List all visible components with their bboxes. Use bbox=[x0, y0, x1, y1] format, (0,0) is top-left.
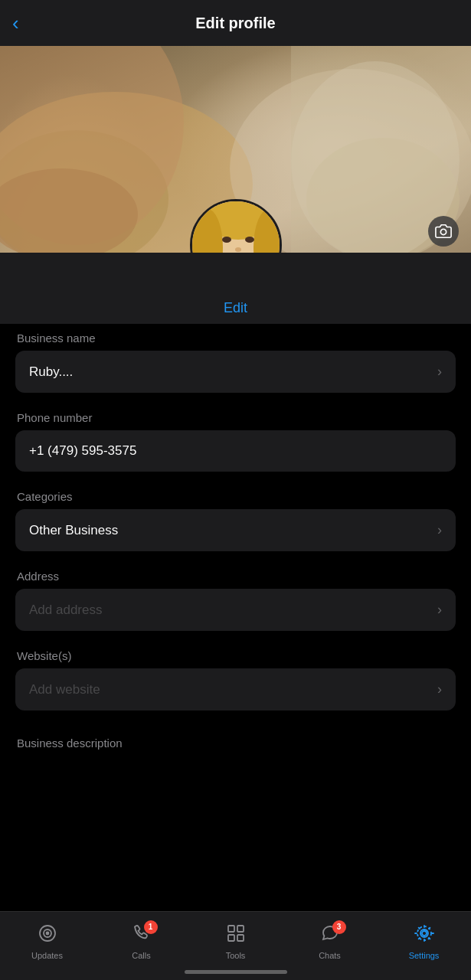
settings-icon bbox=[414, 923, 434, 948]
nav-item-chats[interactable]: 3 Chats bbox=[283, 912, 377, 965]
svg-point-14 bbox=[222, 237, 231, 243]
phone-number-label: Phone number bbox=[15, 411, 456, 424]
address-group: Address Add address › bbox=[15, 570, 456, 631]
categories-group: Categories Other Business › bbox=[15, 490, 456, 551]
websites-label: Website(s) bbox=[15, 649, 456, 662]
nav-item-settings[interactable]: Settings bbox=[377, 912, 471, 965]
phone-number-group: Phone number +1 (479) 595-3575 bbox=[15, 411, 456, 472]
phone-number-value: +1 (479) 595-3575 bbox=[29, 443, 136, 459]
business-name-field[interactable]: Ruby.... › bbox=[15, 351, 456, 393]
svg-point-18 bbox=[440, 229, 446, 234]
business-description-label: Business description bbox=[15, 737, 456, 750]
business-name-value: Ruby.... bbox=[29, 364, 73, 380]
nav-label-updates: Updates bbox=[31, 951, 63, 960]
page-title: Edit profile bbox=[195, 15, 275, 32]
chats-badge: 3 bbox=[332, 920, 346, 934]
business-name-label: Business name bbox=[15, 332, 456, 345]
chats-icon: 3 bbox=[320, 923, 340, 948]
back-button[interactable]: ‹ bbox=[12, 11, 19, 35]
avatar-image bbox=[192, 201, 280, 253]
chevron-icon-websites: › bbox=[437, 681, 442, 697]
calls-icon: 1 bbox=[132, 923, 152, 948]
business-description-section: Business description bbox=[0, 737, 471, 826]
camera-button[interactable] bbox=[428, 216, 459, 247]
svg-point-17 bbox=[235, 247, 241, 252]
header: ‹ Edit profile bbox=[0, 0, 471, 46]
nav-item-tools[interactable]: Tools bbox=[188, 912, 283, 965]
categories-field[interactable]: Other Business › bbox=[15, 509, 456, 551]
edit-link[interactable]: Edit bbox=[224, 300, 247, 316]
chevron-icon-categories: › bbox=[437, 522, 442, 538]
address-label: Address bbox=[15, 570, 456, 583]
edit-section: Edit bbox=[0, 253, 471, 324]
svg-rect-22 bbox=[228, 926, 234, 932]
form-body: Business name Ruby.... › Phone number +1… bbox=[0, 324, 471, 737]
svg-point-21 bbox=[46, 932, 48, 934]
avatar[interactable] bbox=[190, 199, 282, 253]
avatar-art bbox=[192, 201, 282, 253]
categories-label: Categories bbox=[15, 490, 456, 503]
svg-point-15 bbox=[245, 237, 254, 243]
svg-point-26 bbox=[422, 931, 427, 936]
svg-rect-25 bbox=[237, 935, 244, 941]
business-name-group: Business name Ruby.... › bbox=[15, 332, 456, 393]
svg-rect-24 bbox=[228, 935, 234, 941]
nav-label-calls: Calls bbox=[132, 951, 150, 960]
camera-icon bbox=[435, 223, 452, 240]
websites-group: Website(s) Add website › bbox=[15, 649, 456, 710]
nav-item-updates[interactable]: Updates bbox=[0, 912, 94, 965]
categories-value: Other Business bbox=[29, 523, 118, 538]
nav-item-calls[interactable]: 1 Calls bbox=[94, 912, 188, 965]
updates-icon bbox=[38, 923, 57, 948]
svg-rect-23 bbox=[237, 926, 244, 932]
websites-field[interactable]: Add website › bbox=[15, 668, 456, 710]
address-field[interactable]: Add address › bbox=[15, 589, 456, 631]
cover-image-area bbox=[0, 46, 471, 253]
websites-placeholder: Add website bbox=[29, 682, 100, 697]
home-indicator bbox=[185, 970, 287, 974]
chevron-icon-address: › bbox=[437, 602, 442, 618]
nav-label-tools: Tools bbox=[226, 951, 246, 960]
nav-label-settings: Settings bbox=[409, 951, 440, 960]
chevron-icon: › bbox=[437, 364, 442, 380]
nav-label-chats: Chats bbox=[319, 951, 341, 960]
phone-number-field[interactable]: +1 (479) 595-3575 bbox=[15, 430, 456, 472]
tools-icon bbox=[226, 923, 246, 948]
address-placeholder: Add address bbox=[29, 603, 102, 618]
calls-badge: 1 bbox=[144, 920, 158, 934]
